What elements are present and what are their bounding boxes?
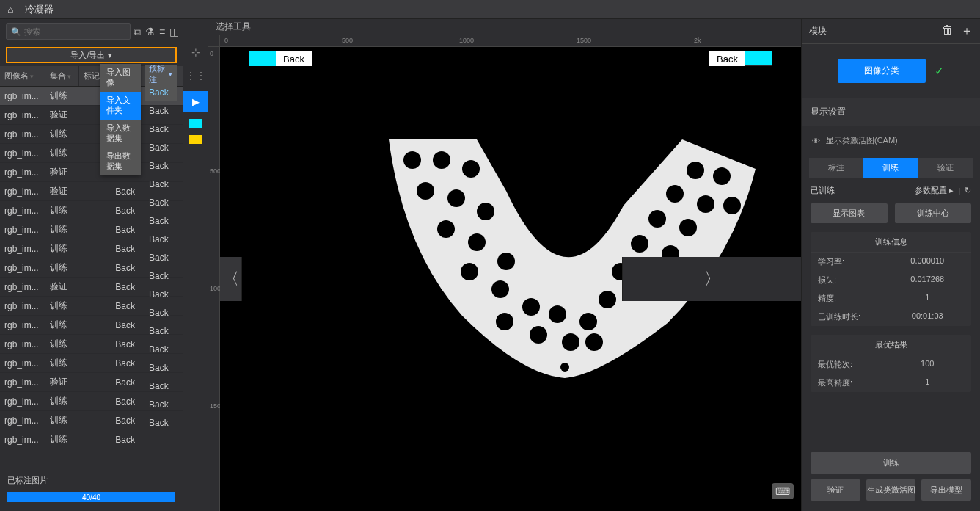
mode-tabs[interactable]: 标注训练验证	[802, 158, 980, 178]
svg-point-20	[648, 210, 666, 228]
param-config[interactable]: 参数配置 ▸	[915, 185, 954, 196]
prev-image-button[interactable]: 〈	[220, 257, 242, 301]
tab-0[interactable]: 标注	[809, 158, 863, 178]
cell-set: 训练	[45, 90, 79, 102]
svg-point-10	[491, 280, 509, 298]
cell-set: 训练	[45, 147, 79, 159]
train-center-button[interactable]: 训练中心	[895, 203, 972, 223]
list-icon[interactable]: ≡	[159, 26, 165, 38]
display-settings-title: 显示设置	[802, 98, 980, 126]
cell-name: rgb_im...	[0, 339, 45, 349]
svg-point-12	[496, 313, 513, 330]
cell-mark: Back	[79, 206, 142, 216]
svg-point-16	[579, 313, 597, 330]
info-value: 00:01:03	[891, 311, 965, 322]
pre-annotation-cell: Back	[145, 120, 177, 138]
color-cyan[interactable]	[189, 119, 202, 128]
cell-mark: Back	[79, 377, 142, 388]
table-row[interactable]: rgb_im...训练Back	[0, 430, 183, 449]
svg-point-26	[679, 219, 697, 236]
annotated-label: 已标注图片	[7, 475, 175, 486]
color-yellow[interactable]	[189, 135, 202, 144]
gen-cam-button[interactable]: 生成类激活图	[866, 479, 916, 501]
refresh-icon[interactable]: ↻	[965, 186, 971, 195]
import-menu-item[interactable]: 导出数据集	[100, 148, 141, 175]
svg-point-8	[497, 253, 515, 270]
train-button[interactable]: 训练	[811, 452, 971, 474]
ruler-horizontal: 0500100015002k	[220, 35, 801, 47]
svg-point-27	[697, 195, 714, 213]
cell-set: 验证	[45, 280, 79, 293]
svg-point-30	[560, 363, 569, 372]
pre-annotation-cell: Back	[145, 211, 177, 230]
keyboard-icon[interactable]: ⌨	[772, 483, 794, 499]
import-menu-item[interactable]: 导入数据集	[100, 120, 141, 148]
filter-icon[interactable]: ⚗	[145, 26, 155, 38]
titlebar: ⌂ 冷凝器	[0, 0, 980, 19]
cell-name: rgb_im...	[0, 91, 45, 101]
svg-point-17	[599, 291, 616, 308]
box-icon[interactable]: ◫	[169, 26, 179, 38]
ruler-vertical: 050010001500	[208, 47, 220, 511]
pre-annotation-cell: Back	[145, 322, 177, 340]
pre-annotation-column: 预标注 ▾BackBackBackBackBackBackBackBackBac…	[145, 65, 177, 432]
svg-point-11	[522, 298, 540, 316]
pre-annotation-cell: Back	[145, 138, 177, 156]
info-value: 100	[891, 359, 965, 370]
info-key: 精度:	[818, 293, 891, 304]
cell-set: 训练	[45, 395, 79, 407]
search-box[interactable]: 🔍	[6, 23, 131, 40]
cell-mark: Back	[79, 301, 142, 311]
cell-set: 训练	[45, 433, 79, 446]
home-icon[interactable]: ⌂	[7, 4, 13, 15]
pre-annotation-header[interactable]: 预标注 ▾	[145, 65, 177, 83]
pre-annotation-cell: Back	[145, 285, 177, 303]
svg-point-7	[468, 233, 486, 251]
tool-grid[interactable]: ⋮⋮	[188, 68, 204, 84]
next-image-button[interactable]: 〉	[622, 257, 801, 301]
validate-button[interactable]: 验证	[811, 479, 860, 501]
info-value: 0.017268	[891, 275, 965, 286]
eye-icon[interactable]: 👁	[812, 137, 820, 145]
tool-icon-1[interactable]: ⧉	[134, 26, 141, 38]
tool-select[interactable]: ⊹	[188, 44, 204, 60]
info-key: 学习率:	[818, 256, 891, 267]
svg-point-6	[437, 220, 455, 238]
delete-icon[interactable]: 🗑	[942, 23, 954, 39]
cell-set: 训练	[45, 414, 79, 427]
pre-annotation-cell: Back	[145, 413, 177, 432]
col-image-name[interactable]: 图像名▾	[0, 66, 45, 86]
cell-set: 训练	[45, 204, 79, 217]
cell-name: rgb_im...	[0, 167, 45, 178]
search-input[interactable]	[24, 27, 125, 36]
cell-name: rgb_im...	[0, 206, 45, 216]
tab-1[interactable]: 训练	[863, 158, 918, 178]
cell-mark: Back	[79, 416, 142, 426]
cell-mark: Back	[79, 225, 142, 235]
canvas[interactable]: Back Back	[220, 47, 801, 511]
add-icon[interactable]: ＋	[961, 23, 973, 39]
cell-mark: Back	[79, 396, 142, 407]
tab-2[interactable]: 验证	[918, 158, 973, 178]
pre-annotation-cell: Back	[145, 395, 177, 413]
pre-annotation-cell: Back	[145, 358, 177, 377]
col-set[interactable]: 集合▾	[45, 66, 79, 86]
tool-play[interactable]: ▶	[183, 91, 208, 112]
cell-set: 训练	[45, 338, 79, 350]
svg-point-0	[403, 151, 421, 169]
show-chart-button[interactable]: 显示图表	[811, 203, 888, 223]
pre-annotation-cell: Back	[145, 377, 177, 395]
export-model-button[interactable]: 导出模型	[921, 479, 971, 501]
import-export-button[interactable]: 导入/导出 ▾	[6, 47, 177, 63]
corner-marker-tr	[745, 51, 772, 66]
divider: |	[958, 186, 960, 195]
canvas-back-label-left: Back	[276, 51, 312, 66]
svg-point-15	[549, 305, 566, 323]
svg-point-1	[433, 151, 450, 169]
cell-set: 验证	[45, 185, 79, 197]
import-menu[interactable]: 导入图像导入文件夹导入数据集导出数据集	[100, 64, 141, 175]
import-menu-item[interactable]: 导入文件夹	[100, 92, 141, 120]
info-key: 最高精度:	[818, 377, 891, 388]
import-menu-item[interactable]: 导入图像	[100, 64, 141, 92]
module-classification-button[interactable]: 图像分类	[838, 59, 926, 83]
